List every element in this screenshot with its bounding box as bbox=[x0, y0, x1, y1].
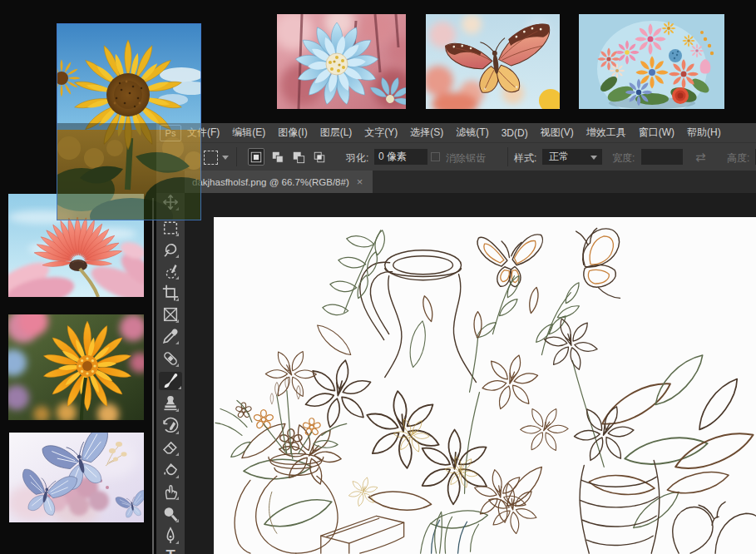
menu-edit[interactable]: 编辑(E) bbox=[230, 126, 268, 140]
menu-layer[interactable]: 图层(L) bbox=[318, 126, 355, 140]
paint-bucket-icon bbox=[161, 461, 180, 479]
clone-stamp-icon bbox=[161, 394, 180, 413]
swap-width-height-icon[interactable]: ⇄ bbox=[695, 150, 706, 165]
style-value: 正常 bbox=[549, 150, 569, 164]
menu-select[interactable]: 选择(S) bbox=[408, 126, 446, 140]
thumbnail-orange-gerbera[interactable] bbox=[8, 314, 144, 420]
new-selection-button[interactable] bbox=[248, 148, 264, 166]
height-label: 高度: bbox=[727, 151, 749, 166]
eraser-tool[interactable] bbox=[161, 438, 180, 457]
line-art-box bbox=[321, 516, 404, 553]
close-tab-icon[interactable]: × bbox=[357, 176, 363, 188]
lasso-tool[interactable] bbox=[161, 240, 180, 259]
intersect-selection-icon bbox=[313, 151, 326, 164]
orange-gerbera-art bbox=[8, 314, 144, 420]
thumbnail-flower-bouquet[interactable] bbox=[579, 14, 724, 109]
tools-panel: T bbox=[156, 193, 185, 554]
flower-bouquet-art bbox=[579, 14, 724, 109]
paint-bucket-tool[interactable] bbox=[161, 461, 180, 479]
brush-tool[interactable] bbox=[159, 372, 182, 390]
history-brush-tool[interactable] bbox=[161, 417, 180, 435]
document-tab-bar: dakjhasfholsf.png @ 66.7%(RGB/8#) × bbox=[156, 171, 756, 193]
selection-border bbox=[57, 23, 201, 220]
menu-help[interactable]: 帮助(H) bbox=[684, 126, 724, 140]
crop-icon bbox=[161, 284, 180, 302]
pastel-butterflies-art bbox=[9, 433, 144, 522]
svg-text:T: T bbox=[166, 547, 175, 554]
line-art-butterfly-right bbox=[566, 224, 632, 299]
thumbnail-monarch-butterfly[interactable] bbox=[426, 14, 560, 109]
style-select[interactable]: 正常 bbox=[542, 149, 602, 165]
line-art-pitcher bbox=[360, 250, 476, 383]
menu-window[interactable]: 窗口(W) bbox=[636, 126, 677, 140]
frame-tool[interactable] bbox=[161, 305, 180, 324]
marquee-tool-icon[interactable] bbox=[204, 151, 218, 165]
dragged-sunflower-image[interactable] bbox=[57, 23, 201, 220]
workspace: T bbox=[156, 193, 756, 554]
blue-daisy-art bbox=[277, 14, 406, 109]
crop-tool[interactable] bbox=[161, 284, 180, 302]
subtract-selection-icon bbox=[292, 151, 305, 164]
frame-icon bbox=[161, 305, 180, 324]
history-brush-icon bbox=[161, 417, 180, 435]
panel-scrollbar[interactable] bbox=[152, 198, 154, 554]
lasso-icon bbox=[161, 240, 180, 259]
menu-plugins[interactable]: 增效工具 bbox=[584, 126, 629, 140]
dodge-icon bbox=[161, 505, 180, 523]
new-selection-icon bbox=[250, 151, 263, 164]
chevron-down-icon[interactable] bbox=[222, 156, 229, 160]
quick-selection-icon bbox=[161, 262, 180, 280]
subtract-from-selection-button[interactable] bbox=[290, 148, 307, 166]
spot-healing-brush-tool[interactable] bbox=[161, 349, 180, 368]
pen-icon bbox=[161, 527, 180, 545]
antialias-label: 消除锯齿 bbox=[446, 151, 486, 166]
menu-bar: Ps 文件(F) 编辑(E) 图像(I) 图层(L) 文字(Y) 选择(S) 滤… bbox=[156, 123, 756, 142]
add-selection-icon bbox=[271, 151, 284, 164]
add-to-selection-button[interactable] bbox=[269, 148, 286, 166]
line-art-drawing bbox=[214, 217, 756, 554]
smudge-tool[interactable] bbox=[161, 482, 180, 501]
clone-stamp-tool[interactable] bbox=[161, 394, 180, 413]
menu-3d[interactable]: 3D(D) bbox=[499, 127, 531, 139]
photoshop-window: Ps 文件(F) 编辑(E) 图像(I) 图层(L) 文字(Y) 选择(S) 滤… bbox=[156, 123, 756, 554]
eraser-icon bbox=[161, 438, 180, 457]
line-art-branch bbox=[323, 230, 385, 315]
width-label: 宽度: bbox=[612, 151, 635, 166]
thumbnail-pastel-butterflies[interactable] bbox=[9, 433, 144, 522]
menu-image[interactable]: 图像(I) bbox=[275, 126, 309, 140]
type-tool[interactable]: T bbox=[161, 546, 180, 554]
dodge-tool[interactable] bbox=[161, 505, 180, 523]
line-art-buds bbox=[421, 286, 540, 392]
pen-tool[interactable] bbox=[161, 527, 180, 545]
document-tab[interactable]: dakjhasfholsf.png @ 66.7%(RGB/8#) × bbox=[185, 171, 373, 193]
eyedropper-tool[interactable] bbox=[161, 327, 180, 345]
antialias-checkbox[interactable] bbox=[431, 152, 440, 161]
menu-type[interactable]: 文字(Y) bbox=[362, 126, 400, 140]
rectangular-marquee-tool[interactable] bbox=[161, 219, 180, 237]
menu-view[interactable]: 视图(V) bbox=[538, 126, 576, 140]
intersect-selection-button[interactable] bbox=[311, 148, 328, 166]
tool-options-bar: 羽化: 0 像素 消除锯齿 样式: 正常 宽度: ⇄ 高度: bbox=[156, 142, 756, 171]
healing-brush-icon bbox=[161, 349, 180, 368]
chevron-down-icon bbox=[590, 156, 597, 160]
eyedropper-icon bbox=[161, 327, 180, 345]
line-art-butterfly-left bbox=[472, 226, 543, 291]
menu-filter[interactable]: 滤镜(T) bbox=[453, 126, 491, 140]
line-art-grass bbox=[421, 512, 479, 553]
thumbnail-blue-daisy[interactable] bbox=[277, 14, 406, 109]
marquee-icon bbox=[161, 219, 180, 237]
document-title: dakjhasfholsf.png @ 66.7%(RGB/8#) bbox=[192, 177, 349, 187]
style-label: 样式: bbox=[514, 151, 536, 166]
monarch-butterfly-art bbox=[426, 14, 560, 109]
smudge-icon bbox=[161, 482, 180, 501]
document-canvas[interactable] bbox=[214, 217, 756, 554]
feather-label: 羽化: bbox=[346, 151, 368, 166]
brush-icon bbox=[161, 372, 180, 390]
line-art-butterfly-bottom bbox=[673, 502, 756, 553]
width-input[interactable] bbox=[641, 149, 683, 165]
feather-input[interactable]: 0 像素 bbox=[374, 149, 427, 165]
type-icon: T bbox=[161, 546, 180, 554]
quick-selection-tool[interactable] bbox=[161, 262, 180, 280]
